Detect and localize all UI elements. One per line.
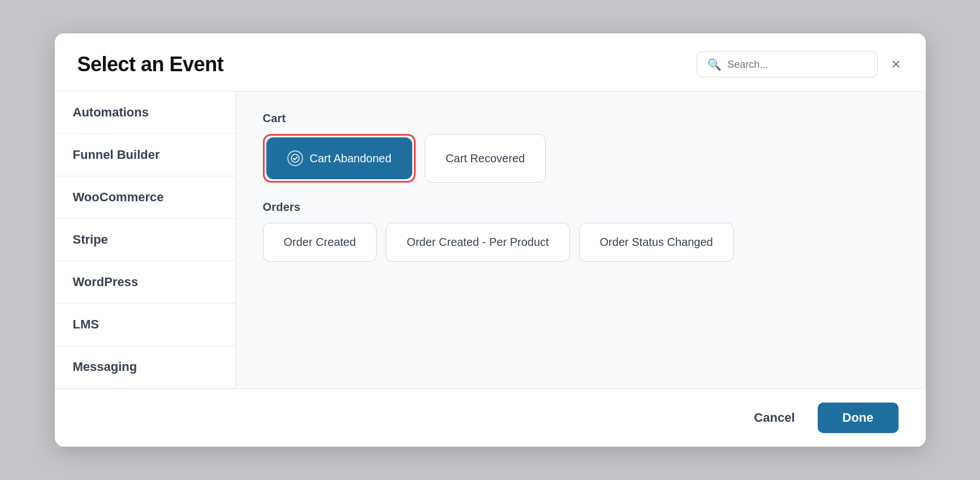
sidebar-item-messaging[interactable]: Messaging [55, 346, 235, 388]
order-created-per-product-label: Order Created - Per Product [407, 236, 549, 249]
check-circle-icon [287, 150, 303, 166]
order-created-per-product-button[interactable]: Order Created - Per Product [386, 223, 569, 262]
modal-title: Select an Event [77, 53, 224, 76]
select-event-modal: Select an Event 🔍 × Automations Funnel B… [55, 33, 926, 447]
sidebar-item-wordpress[interactable]: WordPress [55, 261, 235, 304]
modal-footer: Cancel Done [55, 388, 926, 447]
sidebar-item-funnel-builder[interactable]: Funnel Builder [55, 134, 235, 176]
sidebar-item-stripe[interactable]: Stripe [55, 219, 235, 261]
modal-header: Select an Event 🔍 × [55, 33, 926, 91]
cart-abandoned-button[interactable]: Cart Abandoned [266, 137, 413, 179]
order-status-changed-label: Order Status Changed [600, 236, 713, 249]
orders-events-row: Order Created Order Created - Per Produc… [263, 223, 899, 262]
cart-abandoned-wrapper: Cart Abandoned [263, 134, 416, 183]
svg-point-0 [291, 154, 299, 162]
sidebar-item-automations[interactable]: Automations [55, 92, 235, 134]
sidebar-item-lms[interactable]: LMS [55, 304, 235, 346]
cart-section: Cart Cart Abandone [263, 112, 899, 183]
orders-section: Orders Order Created Order Created - Per… [263, 201, 899, 262]
cart-recovered-label: Cart Recovered [446, 152, 525, 165]
cart-recovered-button[interactable]: Cart Recovered [425, 134, 546, 183]
order-created-button[interactable]: Order Created [263, 223, 377, 262]
cancel-button[interactable]: Cancel [742, 404, 806, 432]
order-created-label: Order Created [284, 236, 356, 249]
modal-overlay: Select an Event 🔍 × Automations Funnel B… [0, 0, 980, 480]
orders-section-label: Orders [263, 201, 899, 214]
modal-body: Automations Funnel Builder WooCommerce S… [55, 91, 926, 388]
cart-abandoned-label: Cart Abandoned [310, 152, 392, 165]
sidebar-item-woocommerce[interactable]: WooCommerce [55, 176, 235, 219]
main-content: Cart Cart Abandone [236, 92, 926, 388]
search-box: 🔍 [697, 51, 878, 77]
header-right: 🔍 × [697, 51, 903, 77]
cart-section-label: Cart [263, 112, 899, 125]
order-status-changed-button[interactable]: Order Status Changed [579, 223, 734, 262]
cart-events-row: Cart Abandoned Cart Recovered [263, 134, 899, 183]
sidebar: Automations Funnel Builder WooCommerce S… [55, 92, 236, 388]
search-input[interactable] [727, 59, 867, 71]
search-icon: 🔍 [707, 58, 722, 71]
done-button[interactable]: Done [818, 403, 899, 433]
close-button[interactable]: × [889, 54, 903, 75]
